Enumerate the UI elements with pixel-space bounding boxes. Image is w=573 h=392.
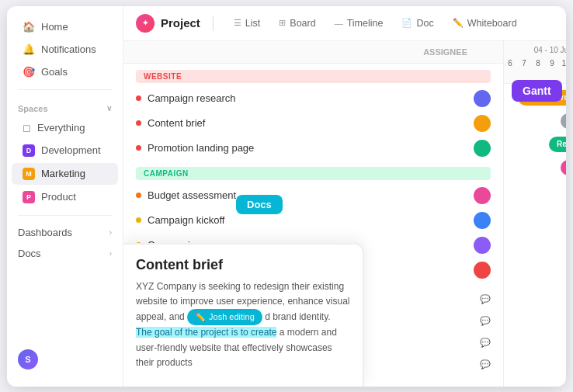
timeline-icon: — xyxy=(335,19,343,28)
docs-preview-title: Content brief xyxy=(136,257,350,273)
tab-doc[interactable]: 📄 Doc xyxy=(394,15,441,32)
header: ✦ Project ☰ List ⊞ Board — Timeline 📄 xyxy=(123,6,566,41)
docs-preview-body: XYZ Company is seeking to redesign their… xyxy=(136,279,350,371)
project-logo: ✦ xyxy=(136,14,155,33)
header-divider xyxy=(213,16,214,31)
comment-icon-3: 💬 xyxy=(480,338,491,348)
sidebar-item-product[interactable]: P Product xyxy=(12,186,118,208)
gantt-week-1: 04 - 10 Jul 6 7 8 9 10 11 12 xyxy=(504,46,566,78)
board-icon: ⊞ xyxy=(279,18,286,28)
app-container: 🏠 Home 🔔 Notifications 🎯 Goals Spaces ∨ … xyxy=(7,6,566,387)
gantt-day: 10 xyxy=(560,57,566,70)
sidebar-item-home[interactable]: 🏠 Home xyxy=(12,16,118,37)
assignee-avatar xyxy=(474,212,491,229)
sidebar-item-everything[interactable]: ◻ Everything xyxy=(12,117,118,138)
gantt-day: 6 xyxy=(504,57,516,70)
gantt-days: 6 7 8 9 10 11 12 xyxy=(504,57,566,70)
docs-tooltip: Docs xyxy=(236,195,283,214)
sidebar-item-label: Notifications xyxy=(41,43,96,55)
gantt-tooltip: Gantt xyxy=(512,80,562,102)
docs-label: Docs xyxy=(18,248,41,259)
gantt-bar-website: Refresh company website xyxy=(549,137,566,152)
goals-icon: 🎯 xyxy=(23,66,35,78)
assignee-avatar xyxy=(474,115,491,132)
editing-user: Josh editing xyxy=(209,310,255,324)
group-campaign-label: CAMPAIGN xyxy=(136,167,491,180)
sidebar-item-docs[interactable]: Docs › xyxy=(7,243,123,264)
project-title: ✦ Project xyxy=(136,14,200,33)
everything-icon: ◻ xyxy=(23,122,31,134)
editing-badge: ✏️ Josh editing xyxy=(187,309,262,326)
sidebar-item-label: Development xyxy=(41,144,101,156)
tab-list[interactable]: ☰ List xyxy=(226,15,268,32)
sidebar-item-label: Goals xyxy=(41,66,68,78)
docs-text-highlight: The goal of the project is to create xyxy=(136,327,276,338)
gantt-day: 7 xyxy=(518,57,530,70)
list-item[interactable]: Promotion landing page xyxy=(123,136,503,161)
comment-icon-2: 💬 xyxy=(480,316,491,326)
tab-list-label: List xyxy=(245,18,260,29)
list-icon: ☰ xyxy=(234,18,241,28)
gantt-row: Refresh company website xyxy=(510,135,560,154)
tab-board[interactable]: ⊞ Board xyxy=(271,15,323,32)
item-dot xyxy=(136,193,141,198)
sidebar-item-development[interactable]: D Development xyxy=(12,140,118,161)
assignee-avatar xyxy=(474,187,491,204)
mkt-dot: M xyxy=(23,168,35,180)
list-header: ASSIGNEE xyxy=(123,41,503,64)
spaces-chevron-icon[interactable]: ∨ xyxy=(106,104,112,113)
sidebar-item-label: Home xyxy=(41,21,68,33)
assignee-avatar xyxy=(474,90,491,107)
list-panel: ASSIGNEE WEBSITE Campaign research Conte… xyxy=(123,41,504,387)
item-text: Promotion landing page xyxy=(148,142,467,154)
tab-board-label: Board xyxy=(290,18,315,29)
gantt-week-label: 04 - 10 Jul xyxy=(534,46,566,54)
gantt-panel: 04 - 10 Jul 6 7 8 9 10 11 12 11 - 17 Jul xyxy=(504,41,566,387)
sidebar-item-dashboards[interactable]: Dashboards › xyxy=(7,222,123,243)
sidebar-divider xyxy=(18,89,112,90)
sidebar-item-label: Marketing xyxy=(41,168,85,179)
item-text: Campaign kickoff xyxy=(148,214,467,226)
docs-preview: Content brief XYZ Company is seeking to … xyxy=(123,243,364,387)
item-dot xyxy=(136,217,141,223)
edit-icon: ✏️ xyxy=(195,310,206,324)
dev-dot: D xyxy=(23,144,35,157)
gantt-day: 9 xyxy=(546,57,558,70)
assignee-avatar xyxy=(474,237,491,254)
item-text: Budget assessment xyxy=(148,189,467,201)
list-item[interactable]: Campaign kickoff xyxy=(123,208,503,233)
tab-whiteboard[interactable]: ✏️ Whiteboard xyxy=(445,15,525,32)
user-avatar[interactable]: S xyxy=(18,349,38,369)
chevron-right-icon-2: › xyxy=(109,249,112,258)
item-dot xyxy=(136,95,141,101)
tab-timeline-label: Timeline xyxy=(347,18,384,29)
tab-timeline[interactable]: — Timeline xyxy=(327,15,391,32)
item-dot xyxy=(136,145,141,151)
assignee-avatar xyxy=(474,140,491,157)
sidebar-item-marketing[interactable]: M Marketing xyxy=(12,163,118,185)
prd-dot: P xyxy=(23,191,35,203)
spaces-label: Spaces ∨ xyxy=(7,96,123,116)
gantt-row: Update key objectives xyxy=(510,112,560,130)
gantt-bar-contractor: Update contractor agreement xyxy=(561,160,566,175)
gantt-row: Update contractor agreement xyxy=(510,158,560,177)
whiteboard-icon: ✏️ xyxy=(453,18,464,28)
tab-doc-label: Doc xyxy=(416,18,433,29)
list-item[interactable]: Campaign research xyxy=(123,86,503,111)
list-item[interactable]: Content brief xyxy=(123,111,503,136)
sidebar-item-notifications[interactable]: 🔔 Notifications xyxy=(12,39,118,60)
gantt-header: 04 - 10 Jul 6 7 8 9 10 11 12 11 - 17 Jul xyxy=(504,41,566,84)
item-dot xyxy=(136,120,141,126)
list-item[interactable]: Budget assessment xyxy=(123,183,503,208)
sidebar-item-goals[interactable]: 🎯 Goals xyxy=(12,61,118,82)
sidebar-item-label: Product xyxy=(41,191,76,203)
item-text: Content brief xyxy=(148,117,467,129)
doc-icon: 📄 xyxy=(401,18,412,28)
comment-icon: 💬 xyxy=(480,294,491,304)
sidebar-divider-2 xyxy=(18,215,112,216)
assignee-avatar xyxy=(474,262,491,279)
item-text: Campaign research xyxy=(148,92,467,104)
project-name: Project xyxy=(161,16,200,29)
chevron-right-icon: › xyxy=(109,228,112,237)
dashboards-label: Dashboards xyxy=(18,227,72,238)
